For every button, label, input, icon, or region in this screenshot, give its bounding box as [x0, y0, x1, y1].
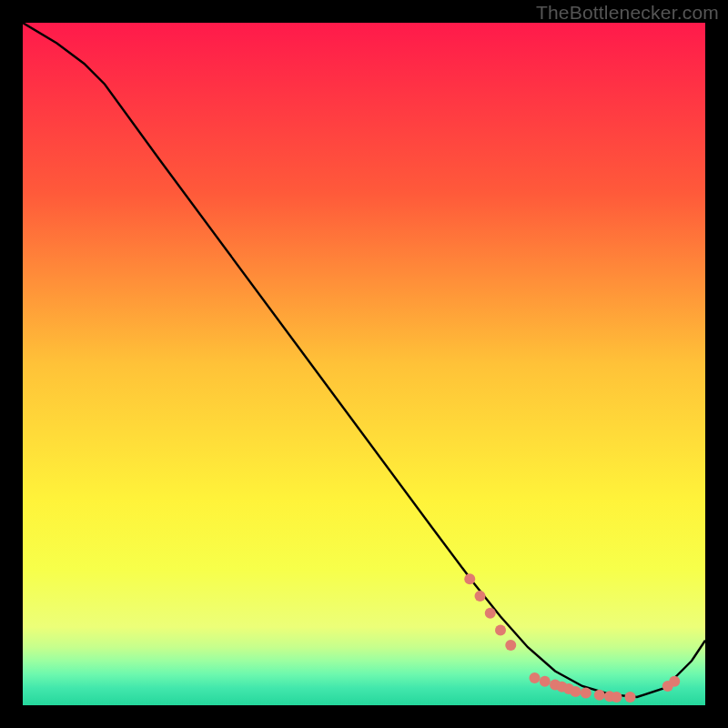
chart-frame: TheBottlenecker.com: [0, 0, 728, 728]
marker-point: [505, 640, 516, 651]
marker-point: [581, 688, 592, 699]
marker-point: [485, 608, 496, 619]
watermark-text: TheBottlenecker.com: [536, 2, 719, 24]
marker-point: [540, 676, 551, 687]
marker-point: [594, 690, 605, 701]
marker-point: [495, 625, 506, 636]
marker-point: [475, 591, 486, 602]
marker-point: [464, 573, 475, 584]
marker-point: [625, 692, 636, 703]
marker-point: [530, 672, 541, 683]
gradient-background: [23, 23, 705, 705]
chart-svg: [23, 23, 705, 705]
marker-point: [571, 686, 581, 697]
marker-point: [612, 692, 622, 703]
marker-point: [669, 676, 680, 687]
